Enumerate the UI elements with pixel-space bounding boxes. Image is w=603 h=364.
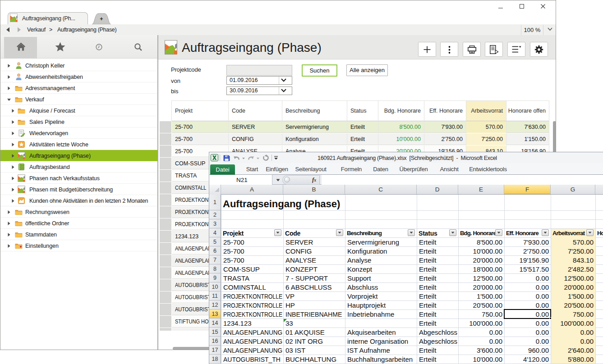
svg-text:+: + (100, 16, 103, 22)
